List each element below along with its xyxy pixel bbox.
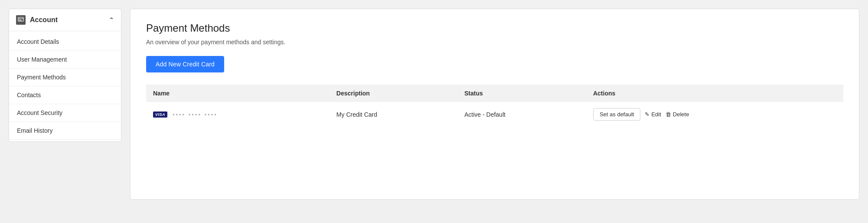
card-status-cell: Active - Default: [457, 102, 586, 127]
page-title: Payment Methods: [146, 22, 843, 34]
add-new-credit-card-button[interactable]: Add New Credit Card: [146, 56, 224, 72]
table-body: VISA •••• •••• •••• My Credit Card Activ…: [146, 102, 843, 127]
sidebar-nav: Account Details User Management Payment …: [9, 31, 121, 141]
account-icon: [16, 15, 26, 25]
chevron-up-icon[interactable]: ⌃: [109, 16, 114, 23]
actions-container: Set as default ✎ Edit 🗑 Delete: [593, 108, 836, 121]
col-name: Name: [146, 85, 330, 102]
sidebar-item-account-details[interactable]: Account Details: [9, 33, 121, 51]
sidebar-account-label: Account: [30, 16, 58, 24]
edit-icon: ✎: [645, 111, 649, 118]
card-number-masked: •••• •••• ••••: [173, 112, 218, 118]
col-actions: Actions: [586, 85, 843, 102]
card-name-cell: VISA •••• •••• ••••: [146, 102, 330, 127]
table-row: VISA •••• •••• •••• My Credit Card Activ…: [146, 102, 843, 127]
edit-label: Edit: [651, 111, 661, 118]
edit-button[interactable]: ✎ Edit: [645, 111, 661, 118]
table-header: Name Description Status Actions: [146, 85, 843, 102]
trash-icon: 🗑: [666, 111, 671, 118]
sidebar-item-account-security[interactable]: Account Security: [9, 104, 121, 122]
sidebar: Account ⌃ Account Details User Managemen…: [9, 9, 121, 142]
visa-badge: VISA: [153, 112, 167, 118]
sidebar-item-contacts[interactable]: Contacts: [9, 86, 121, 104]
main-content: Payment Methods An overview of your paym…: [130, 9, 859, 200]
page-subtitle: An overview of your payment methods and …: [146, 39, 843, 46]
sidebar-header-left: Account: [16, 15, 58, 25]
card-description-cell: My Credit Card: [330, 102, 457, 127]
delete-button[interactable]: 🗑 Delete: [666, 111, 689, 118]
sidebar-header: Account ⌃: [9, 9, 121, 31]
sidebar-item-payment-methods[interactable]: Payment Methods: [9, 69, 121, 86]
card-actions-cell: Set as default ✎ Edit 🗑 Delete: [586, 102, 843, 127]
sidebar-item-email-history[interactable]: Email History: [9, 122, 121, 140]
delete-label: Delete: [673, 111, 689, 118]
sidebar-item-user-management[interactable]: User Management: [9, 51, 121, 69]
payment-methods-table: Name Description Status Actions VISA •••…: [146, 85, 843, 127]
col-status: Status: [457, 85, 586, 102]
col-description: Description: [330, 85, 457, 102]
set-as-default-button[interactable]: Set as default: [593, 108, 641, 121]
